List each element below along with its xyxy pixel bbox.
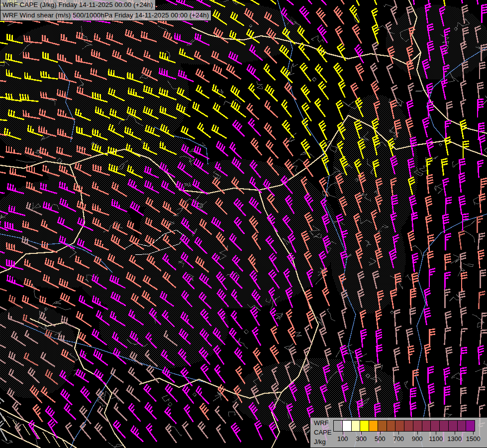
legend-tick-label: 300 [356,435,367,443]
legend-swatch [457,420,467,432]
legend-swatch [360,420,369,432]
weather-map-root: WRF CAPE (J/kg) Friday 14-11-2025 00:00 … [0,0,487,448]
map-canvas [0,0,487,448]
legend-tick [417,432,418,435]
legend-swatch [351,420,361,432]
legend-tick [343,432,343,435]
legend-swatch [404,420,413,432]
cape-legend: WRF CAPE J/kg 10030050070090011001300150… [310,417,487,448]
legend-tick-label: 100 [337,435,348,443]
legend-label-variable: CAPE [314,428,331,437]
legend-swatch [448,420,458,432]
legend-swatch [387,420,396,432]
legend-label-units: J/kg [314,437,331,447]
legend-tick-label: 1100 [429,435,443,443]
legend-swatch [439,420,449,432]
legend-swatch [378,420,387,432]
legend-tick [436,432,436,435]
title-line-windshear: WRF Wind shear (m/s) 500/1000hPa Friday … [0,10,211,21]
legend-swatch [369,420,378,432]
legend-tick-label: 500 [375,435,386,443]
legend-swatch [422,420,431,432]
title-line-cape: WRF CAPE (J/kg) Friday 14-11-2025 00:00 … [0,0,156,10]
legend-tick-label: 1500 [466,435,481,443]
legend-tick [455,432,455,435]
legend-tick [380,432,381,435]
legend-tick-label: 1300 [447,435,462,443]
legend-swatch [413,420,422,432]
legend-tick [398,432,399,435]
legend-swatch [333,420,343,432]
legend-swatch [466,420,475,432]
legend-tick [473,432,474,435]
legend-colorbar [333,420,475,432]
map-title-block: WRF CAPE (J/kg) Friday 14-11-2025 00:00 … [0,0,211,21]
legend-tick [361,432,362,435]
legend-swatch [342,420,352,432]
legend-tick-label: 700 [393,435,404,443]
legend-tick-label: 900 [412,435,423,443]
legend-label-model: WRF [314,418,331,428]
legend-swatch [395,420,404,432]
legend-labels: WRF CAPE J/kg [314,418,331,447]
legend-swatch [430,420,440,432]
